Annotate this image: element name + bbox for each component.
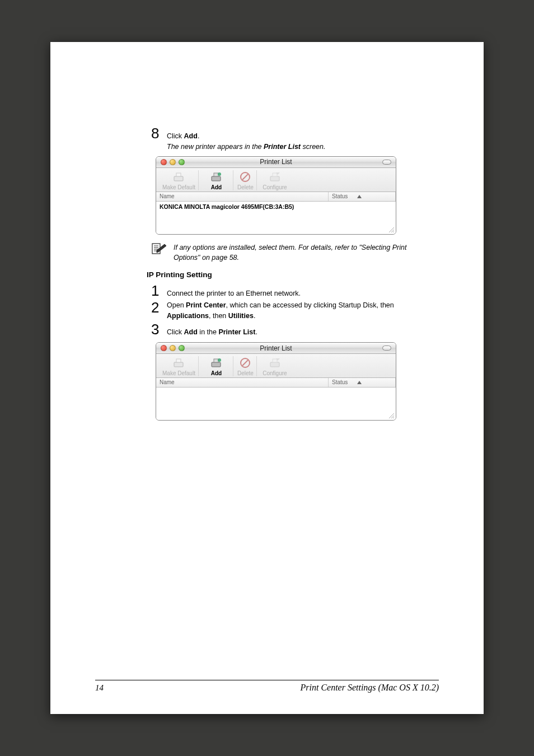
svg-rect-0 — [174, 176, 183, 181]
step-8-subtext: The new printer appears in the Printer L… — [167, 143, 420, 151]
add-button: Add — [200, 356, 233, 376]
resize-grip-icon — [388, 412, 395, 419]
page-number: 14 — [95, 683, 104, 693]
page-footer: 14 Print Center Settings (Mac OS X 10.2) — [95, 680, 439, 693]
zoom-icon — [179, 345, 185, 351]
traffic-lights — [161, 345, 185, 351]
note: If any options are installed, select the… — [151, 242, 420, 263]
add-printer-icon — [210, 356, 222, 370]
window-title: Printer List — [260, 344, 292, 352]
printer-list-body: KONICA MINOLTA magicolor 4695MF(CB:3A:B5… — [156, 202, 396, 234]
column-header: Name Status — [156, 192, 396, 202]
toolbar: Make Default Add Delete — [156, 168, 396, 192]
delete-icon — [240, 170, 251, 184]
close-icon — [161, 345, 167, 351]
toolbar: Make Default Add Delete — [156, 354, 396, 378]
printer-list-window-populated: Printer List Make Default Add — [156, 156, 396, 235]
printer-icon — [172, 356, 185, 370]
zoom-icon — [179, 159, 185, 165]
add-printer-icon — [210, 170, 222, 184]
step-number: 8 — [151, 126, 162, 141]
document-page: 8 Click Add. The new printer appears in … — [50, 42, 484, 714]
step-number: 1 — [151, 283, 162, 298]
note-icon — [151, 242, 168, 257]
svg-point-4 — [218, 172, 221, 176]
svg-rect-17 — [174, 362, 183, 367]
configure-button: Configure — [258, 356, 292, 376]
printer-list-window-empty: Printer List Make Default Add — [156, 342, 396, 421]
svg-point-21 — [218, 358, 221, 362]
sort-indicator-icon — [357, 195, 362, 198]
svg-line-11 — [393, 231, 394, 232]
printer-list-body-empty — [156, 388, 396, 420]
svg-rect-2 — [212, 176, 221, 181]
svg-rect-1 — [176, 173, 181, 176]
make-default-button: Make Default — [160, 170, 199, 190]
list-item: KONICA MINOLTA magicolor 4695MF(CB:3A:B5… — [156, 202, 396, 212]
resize-grip-icon — [388, 226, 395, 233]
configure-icon — [269, 170, 281, 184]
delete-button: Delete — [235, 356, 257, 376]
svg-rect-20 — [214, 359, 218, 362]
step-number: 3 — [151, 322, 162, 337]
step-1: 1 Connect the printer to an Ethernet net… — [151, 283, 420, 299]
step-2: 2 Open Print Center, which can be access… — [151, 300, 420, 321]
window-title: Printer List — [260, 158, 292, 166]
content-area: 8 Click Add. The new printer appears in … — [151, 126, 420, 421]
step-3: 3 Click Add in the Printer List. — [151, 322, 420, 338]
svg-rect-24 — [270, 362, 279, 367]
svg-rect-18 — [176, 359, 181, 362]
svg-line-6 — [242, 174, 248, 180]
step-number: 2 — [151, 300, 162, 315]
status-column: Status — [329, 378, 396, 387]
column-header: Name Status — [156, 378, 396, 388]
name-column: Name — [156, 378, 329, 387]
step-text: Click Add in the Printer List. — [167, 327, 257, 338]
svg-rect-8 — [273, 173, 277, 176]
name-column: Name — [156, 192, 329, 201]
status-column: Status — [329, 192, 396, 201]
window-titlebar: Printer List — [156, 157, 396, 168]
toolbar-toggle-icon — [382, 346, 391, 351]
svg-line-28 — [393, 417, 394, 418]
configure-button: Configure — [258, 170, 292, 190]
window-titlebar: Printer List — [156, 343, 396, 354]
note-text: If any options are installed, select the… — [174, 242, 420, 263]
step-8: 8 Click Add. — [151, 126, 420, 142]
ip-printing-heading: IP Printing Setting — [147, 270, 420, 279]
delete-button: Delete — [235, 170, 257, 190]
add-button: Add — [200, 170, 233, 190]
traffic-lights — [161, 159, 185, 165]
footer-title: Print Center Settings (Mac OS X 10.2) — [300, 683, 439, 693]
svg-line-23 — [242, 360, 248, 366]
make-default-button: Make Default — [160, 356, 199, 376]
minimize-icon — [170, 345, 176, 351]
svg-rect-3 — [214, 173, 218, 176]
minimize-icon — [170, 159, 176, 165]
close-icon — [161, 159, 167, 165]
step-text: Click Add. — [167, 131, 199, 142]
configure-icon — [269, 356, 281, 370]
svg-rect-7 — [270, 176, 279, 181]
footer-row: 14 Print Center Settings (Mac OS X 10.2) — [95, 683, 439, 693]
step-text: Connect the printer to an Ethernet netwo… — [167, 288, 301, 299]
step-text: Open Print Center, which can be accessed… — [167, 300, 420, 321]
delete-icon — [240, 356, 251, 370]
printer-icon — [172, 170, 185, 184]
toolbar-toggle-icon — [382, 160, 391, 165]
svg-rect-19 — [212, 362, 221, 367]
footer-rule — [95, 680, 439, 680]
svg-rect-25 — [273, 359, 277, 362]
sort-indicator-icon — [357, 381, 362, 384]
